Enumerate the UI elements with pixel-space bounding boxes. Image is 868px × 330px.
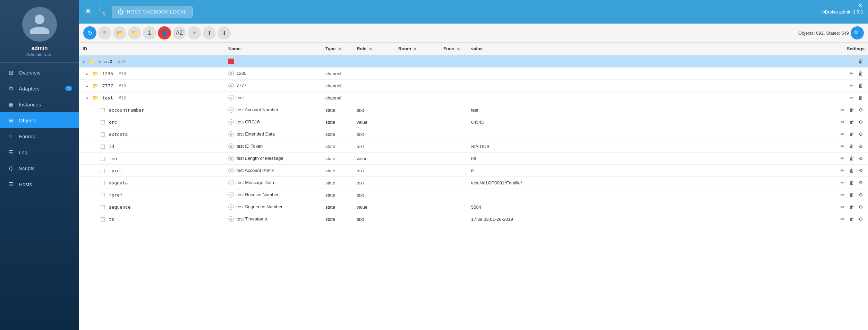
delete-button[interactable]: 🗑: [848, 203, 856, 210]
table-row[interactable]: accountnumber ◎ test Account Number stat…: [79, 104, 868, 116]
person-button[interactable]: 👤: [158, 26, 171, 40]
settings-button[interactable]: ⚙: [857, 191, 865, 198]
edit-button[interactable]: ✏: [839, 167, 846, 174]
edit-button[interactable]: ✏: [839, 155, 846, 162]
settings-button[interactable]: ⚙: [857, 179, 865, 186]
sidebar-item-hosts[interactable]: ☰ Hosts: [0, 176, 79, 192]
delete-button[interactable]: 🗑: [848, 179, 856, 186]
table-row[interactable]: len ◎ test Length of Message state value…: [79, 153, 868, 165]
row-role: text: [353, 189, 395, 201]
settings-button[interactable]: ⚙: [857, 155, 865, 162]
edit-button[interactable]: ✏: [848, 94, 855, 101]
wrench-icon[interactable]: 🔧: [97, 7, 107, 16]
refresh-button[interactable]: ↻: [83, 26, 96, 40]
settings-button[interactable]: ⚙: [857, 167, 865, 174]
folder-icon: 📁: [92, 83, 98, 88]
close-button[interactable]: ✕: [858, 2, 863, 9]
search-button[interactable]: 🔍: [851, 26, 864, 40]
edit-button[interactable]: ✏: [839, 106, 846, 113]
settings-button[interactable]: ⚙: [857, 216, 865, 223]
power-icon: ⏻: [118, 8, 124, 16]
expand-arrow[interactable]: ▶: [86, 72, 88, 76]
table-row[interactable]: lpref ◎ test Account Prefix state text 0: [79, 165, 868, 177]
col-header-room[interactable]: Room ⇅: [395, 43, 440, 55]
edit-button[interactable]: ✏: [839, 203, 846, 210]
settings-button[interactable]: ⚙: [857, 203, 865, 210]
settings-button[interactable]: ⚙: [857, 131, 865, 138]
delete-button[interactable]: 🗑: [848, 216, 856, 223]
sidebar-item-adapters[interactable]: ⧉ Adapters 4: [0, 80, 79, 96]
close-folder-button[interactable]: 📁: [128, 26, 141, 40]
list-button[interactable]: ≡: [98, 26, 111, 40]
delete-button[interactable]: 🗑: [848, 131, 856, 138]
delete-button[interactable]: 🗑: [848, 143, 856, 150]
row-id: ▶ 📁 1235 #10: [79, 68, 225, 80]
state-icon: ◎: [228, 131, 234, 137]
col-header-id: ID: [79, 43, 225, 55]
open-folder-button[interactable]: 📂: [113, 26, 126, 40]
edit-button[interactable]: ✏: [839, 131, 846, 138]
row-name: ⊞ 1235: [225, 68, 322, 80]
row-value: 64545: [468, 116, 836, 128]
delete-button[interactable]: 🗑: [848, 155, 856, 162]
code-icon: ⟨⟩: [7, 164, 15, 172]
host-chip[interactable]: ⏻ HOST MACBOOK.LOCAL: [112, 6, 193, 18]
sort-az-button[interactable]: AZ: [173, 26, 186, 40]
row-id: accountnumber: [79, 104, 225, 116]
delete-button[interactable]: 🗑: [848, 167, 856, 174]
table-row[interactable]: id ◎ test ID Token state text SIA-DCS: [79, 140, 868, 153]
row-settings: ✏ 🗑 ⚙: [836, 104, 868, 116]
edit-button[interactable]: ✏: [848, 70, 855, 77]
sidebar-item-overview[interactable]: ⊞ Overview: [0, 64, 79, 80]
upload-button[interactable]: ⬆: [203, 26, 216, 40]
row-value: test: [468, 104, 836, 116]
sort-arrows-room: ⇅: [414, 47, 416, 51]
collapse-arrow[interactable]: ▼: [86, 96, 88, 100]
table-row[interactable]: msgdata ◎ test Message Data state text t…: [79, 177, 868, 189]
delete-button[interactable]: 🗑: [857, 94, 865, 101]
table-row[interactable]: ▶ 📁 1235 #10 ⊞ 1235 channel: [79, 68, 868, 80]
settings-button[interactable]: ⚙: [857, 143, 865, 150]
edit-button[interactable]: ✏: [839, 216, 846, 223]
collapse-arrow[interactable]: ▼: [83, 60, 85, 64]
table-row[interactable]: ▼ 📁 sia.0 #33: [79, 55, 868, 68]
col-header-role[interactable]: Role ⇅: [353, 43, 395, 55]
edit-button[interactable]: ✏: [839, 191, 846, 198]
delete-button[interactable]: 🗑: [857, 82, 865, 89]
edit-button[interactable]: ✏: [839, 143, 846, 150]
settings-button[interactable]: ⚙: [857, 106, 865, 113]
sidebar-item-objects[interactable]: ▤ Objects: [0, 112, 79, 128]
table-row[interactable]: sequence ◎ test Sequence Number state va…: [79, 201, 868, 213]
col-header-func[interactable]: Func ⇅: [440, 43, 468, 55]
filter-1-button[interactable]: 1: [143, 26, 156, 40]
sidebar-item-scripts[interactable]: ⟨⟩ Scripts: [0, 160, 79, 176]
eye-icon[interactable]: 👁: [84, 7, 92, 16]
edit-button[interactable]: ✏: [839, 119, 846, 125]
edit-button[interactable]: ✏: [848, 82, 855, 89]
delete-button[interactable]: 🗑: [848, 106, 856, 113]
table-row[interactable]: rpref ◎ test Receive Number state text: [79, 189, 868, 201]
settings-button[interactable]: ⚙: [857, 119, 865, 125]
col-header-type[interactable]: Type ⇅: [322, 43, 353, 55]
sidebar-item-log[interactable]: ☰ Log: [0, 144, 79, 160]
add-button[interactable]: +: [188, 26, 201, 40]
row-settings: 🗑: [836, 55, 868, 68]
sidebar-item-enums[interactable]: ≡ Enums: [0, 128, 79, 144]
row-value: 5584: [468, 201, 836, 213]
row-func: [440, 55, 468, 68]
delete-button[interactable]: 🗑: [857, 58, 865, 65]
table-row[interactable]: ▶ 📁 7777 #10 ⊞ 7777 channel: [79, 80, 868, 92]
delete-button[interactable]: 🗑: [848, 191, 856, 198]
download-button[interactable]: ⬇: [218, 26, 231, 40]
row-name: ◎ test Length of Message: [225, 153, 322, 165]
table-row[interactable]: ▼ 📁 test #10 ⊞ test channel: [79, 92, 868, 104]
table-row[interactable]: crc ◎ test CRC16 state value 64545: [79, 116, 868, 128]
sidebar-item-instances[interactable]: ▦ Instances: [0, 96, 79, 112]
table-row[interactable]: extdata ◎ test Extended Data state text: [79, 128, 868, 140]
delete-button[interactable]: 🗑: [857, 70, 865, 77]
table-row[interactable]: ts ◎ test Timestamp state text 17:39:33,…: [79, 213, 868, 225]
edit-button[interactable]: ✏: [839, 179, 846, 186]
row-func: [440, 189, 468, 201]
expand-arrow[interactable]: ▶: [86, 84, 88, 88]
delete-button[interactable]: 🗑: [848, 119, 856, 125]
